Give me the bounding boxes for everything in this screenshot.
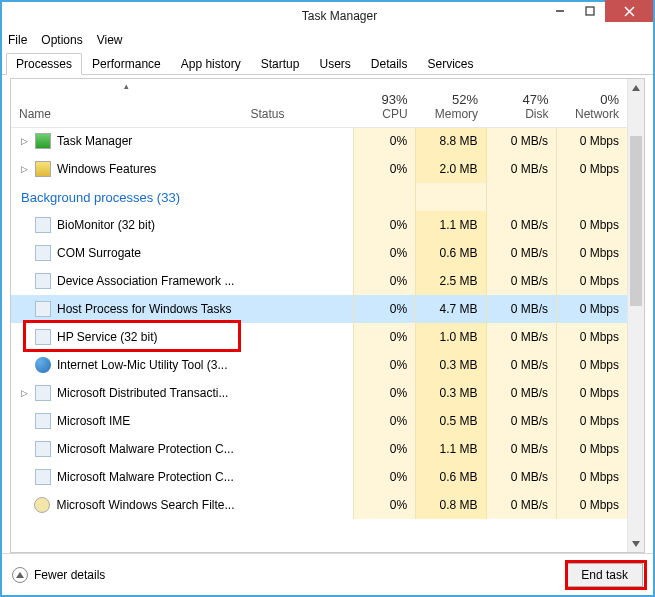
cell-disk: 0 MB/s bbox=[486, 463, 556, 491]
table-row[interactable]: ▷Microsoft Malware Protection C...0%1.1 … bbox=[11, 435, 627, 463]
process-icon bbox=[35, 161, 51, 177]
col-memory[interactable]: 52%Memory bbox=[416, 79, 486, 127]
cell-name: ▷Windows Features bbox=[11, 155, 243, 183]
process-name: Microsoft Distributed Transacti... bbox=[57, 386, 228, 400]
tab-users[interactable]: Users bbox=[309, 53, 360, 75]
cell-name: ▷BioMonitor (32 bit) bbox=[11, 211, 243, 239]
process-name: Device Association Framework ... bbox=[57, 274, 234, 288]
cell-status bbox=[243, 211, 354, 239]
mem-pct: 52% bbox=[424, 92, 478, 107]
process-name: Internet Low-Mic Utility Tool (3... bbox=[57, 358, 228, 372]
scrollbar-track[interactable] bbox=[628, 96, 644, 535]
window-controls bbox=[545, 0, 653, 22]
col-network[interactable]: 0%Network bbox=[557, 79, 627, 127]
cell-cpu: 0% bbox=[353, 407, 415, 435]
table-row[interactable]: ▷HP Service (32 bit)0%1.0 MB0 MB/s0 Mbps bbox=[11, 323, 627, 351]
cell-name: ▷Internet Low-Mic Utility Tool (3... bbox=[11, 351, 243, 379]
cell-disk: 0 MB/s bbox=[486, 267, 556, 295]
mem-label: Memory bbox=[424, 107, 478, 121]
cell-disk: 0 MB/s bbox=[486, 323, 556, 351]
fewer-details-button[interactable]: Fewer details bbox=[12, 567, 105, 583]
tab-app-history[interactable]: App history bbox=[171, 53, 251, 75]
vertical-scrollbar[interactable] bbox=[627, 79, 644, 552]
menubar: File Options View bbox=[2, 30, 653, 50]
end-task-button[interactable]: End task bbox=[566, 563, 643, 587]
cell-status bbox=[243, 407, 354, 435]
cell-mem: 0.6 MB bbox=[416, 463, 486, 491]
cell-name: ▷HP Service (32 bit) bbox=[11, 323, 243, 351]
table-row[interactable]: ▷Microsoft Malware Protection C...0%0.6 … bbox=[11, 463, 627, 491]
expand-icon[interactable]: ▷ bbox=[19, 164, 29, 174]
cell-mem: 8.8 MB bbox=[416, 127, 486, 155]
cell-status bbox=[243, 379, 354, 407]
table-row[interactable]: ▷Microsoft IME0%0.5 MB0 MB/s0 Mbps bbox=[11, 407, 627, 435]
maximize-button[interactable] bbox=[575, 0, 605, 22]
cell-disk: 0 MB/s bbox=[486, 295, 556, 323]
scroll-down-icon[interactable] bbox=[628, 535, 644, 552]
svg-marker-6 bbox=[16, 572, 24, 578]
cell-net: 0 Mbps bbox=[557, 463, 627, 491]
cell-disk: 0 MB/s bbox=[486, 351, 556, 379]
cell-status bbox=[243, 155, 354, 183]
table-row[interactable]: ▷Microsoft Distributed Transacti...0%0.3… bbox=[11, 379, 627, 407]
col-cpu[interactable]: 93%CPU bbox=[353, 79, 415, 127]
cell-disk: 0 MB/s bbox=[486, 435, 556, 463]
section-header: Background processes (33) bbox=[11, 183, 353, 211]
cell-mem: 4.7 MB bbox=[416, 295, 486, 323]
col-status-label: Status bbox=[251, 107, 346, 121]
col-disk[interactable]: 47%Disk bbox=[486, 79, 556, 127]
cell-cpu: 0% bbox=[353, 351, 415, 379]
col-status[interactable]: Status bbox=[243, 79, 354, 127]
scrollbar-thumb[interactable] bbox=[630, 136, 642, 306]
table-row[interactable]: Background processes (33) bbox=[11, 183, 627, 211]
cell-net bbox=[557, 183, 627, 211]
fewer-details-label: Fewer details bbox=[34, 568, 105, 582]
menu-file[interactable]: File bbox=[8, 33, 27, 47]
expand-icon[interactable]: ▷ bbox=[19, 136, 29, 146]
process-icon bbox=[35, 301, 51, 317]
cell-mem: 1.1 MB bbox=[416, 211, 486, 239]
task-manager-window: Task Manager File Options View Processes… bbox=[0, 0, 655, 597]
process-name: Task Manager bbox=[57, 134, 132, 148]
process-icon bbox=[35, 413, 51, 429]
table-row[interactable]: ▷Microsoft Windows Search Filte...0%0.8 … bbox=[11, 491, 627, 519]
tab-processes[interactable]: Processes bbox=[6, 53, 82, 75]
cell-cpu: 0% bbox=[353, 323, 415, 351]
cell-status bbox=[243, 491, 354, 519]
table-row[interactable]: ▷Device Association Framework ...0%2.5 M… bbox=[11, 267, 627, 295]
process-icon bbox=[35, 385, 51, 401]
expand-icon[interactable]: ▷ bbox=[19, 388, 29, 398]
tab-details[interactable]: Details bbox=[361, 53, 418, 75]
tab-performance[interactable]: Performance bbox=[82, 53, 171, 75]
process-icon bbox=[35, 245, 51, 261]
process-table-body: ▷Task Manager0%8.8 MB0 MB/s0 Mbps▷Window… bbox=[11, 127, 627, 519]
table-row[interactable]: ▷Internet Low-Mic Utility Tool (3...0%0.… bbox=[11, 351, 627, 379]
table-row[interactable]: ▷Host Process for Windows Tasks0%4.7 MB0… bbox=[11, 295, 627, 323]
col-name[interactable]: ▴ Name bbox=[11, 79, 243, 127]
process-name: Microsoft IME bbox=[57, 414, 130, 428]
cell-disk: 0 MB/s bbox=[486, 239, 556, 267]
table-row[interactable]: ▷COM Surrogate0%0.6 MB0 MB/s0 Mbps bbox=[11, 239, 627, 267]
process-name: Microsoft Malware Protection C... bbox=[57, 442, 234, 456]
tab-services[interactable]: Services bbox=[418, 53, 484, 75]
cell-disk: 0 MB/s bbox=[486, 491, 556, 519]
menu-view[interactable]: View bbox=[97, 33, 123, 47]
cell-mem: 0.3 MB bbox=[416, 379, 486, 407]
net-pct: 0% bbox=[565, 92, 619, 107]
cell-net: 0 Mbps bbox=[557, 351, 627, 379]
minimize-button[interactable] bbox=[545, 0, 575, 22]
cell-disk: 0 MB/s bbox=[486, 211, 556, 239]
table-row[interactable]: ▷BioMonitor (32 bit)0%1.1 MB0 MB/s0 Mbps bbox=[11, 211, 627, 239]
cell-cpu: 0% bbox=[353, 463, 415, 491]
cell-net: 0 Mbps bbox=[557, 127, 627, 155]
table-row[interactable]: ▷Windows Features0%2.0 MB0 MB/s0 Mbps bbox=[11, 155, 627, 183]
process-icon bbox=[35, 329, 51, 345]
scroll-up-icon[interactable] bbox=[628, 79, 644, 96]
process-table: ▴ Name Status 93%CPU 52%Memory 47%Disk 0… bbox=[11, 79, 627, 519]
tab-startup[interactable]: Startup bbox=[251, 53, 310, 75]
cell-name: ▷Microsoft Distributed Transacti... bbox=[11, 379, 243, 407]
table-row[interactable]: ▷Task Manager0%8.8 MB0 MB/s0 Mbps bbox=[11, 127, 627, 155]
menu-options[interactable]: Options bbox=[41, 33, 82, 47]
close-button[interactable] bbox=[605, 0, 653, 22]
cell-net: 0 Mbps bbox=[557, 491, 627, 519]
